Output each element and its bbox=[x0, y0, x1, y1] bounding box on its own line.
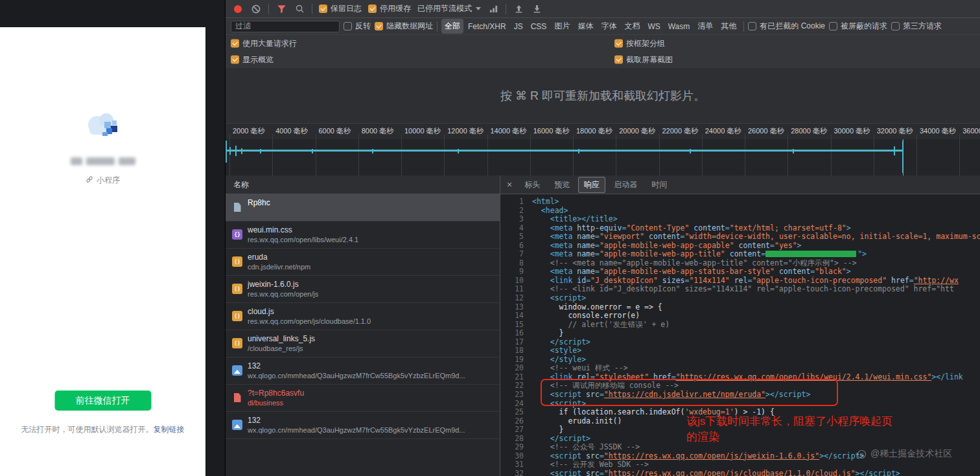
request-row[interactable]: ?t=Rp8hc6asvfudl/business bbox=[226, 385, 500, 412]
checkbox-checked[interactable] bbox=[319, 5, 327, 13]
invert-checkbox[interactable]: 反转 bbox=[344, 21, 371, 32]
request-row[interactable]: 132wx.qlogo.cn/mmhead/Q3auHgzwzM7frCw55B… bbox=[226, 412, 500, 439]
close-icon[interactable]: × bbox=[507, 179, 512, 190]
overview-grid-line bbox=[959, 139, 960, 176]
request-name: jweixin-1.6.0.js bbox=[248, 280, 299, 289]
show-overview-checkbox[interactable]: 显示概览 bbox=[231, 54, 274, 65]
grid-line bbox=[573, 134, 574, 139]
checkbox-checked[interactable] bbox=[614, 39, 623, 47]
preserve-log-checkbox[interactable]: 保留日志 bbox=[319, 3, 362, 14]
checkbox-checked[interactable] bbox=[375, 22, 383, 30]
filter-type-chip[interactable]: WS bbox=[644, 20, 663, 33]
hide-data-urls-checkbox[interactable]: 隐藏数据网址 bbox=[375, 21, 433, 32]
third-party-checkbox[interactable]: 第三方请求 bbox=[891, 21, 942, 32]
import-har-icon[interactable] bbox=[513, 3, 524, 15]
wechat-cloud-logo bbox=[83, 108, 123, 144]
filter-funnel-icon[interactable] bbox=[275, 3, 287, 15]
filter-type-chip[interactable]: 图片 bbox=[551, 19, 573, 34]
request-row[interactable]: ()jweixin-1.6.0.jsres.wx.qq.com/open/js bbox=[226, 276, 500, 303]
request-row[interactable]: ()universal_links_5.js/cloudbase_res/js bbox=[226, 330, 500, 357]
request-name: 132 bbox=[248, 416, 261, 425]
blocked-cookies-checkbox[interactable]: 有已拦截的 Cookie bbox=[748, 21, 825, 32]
checkbox-checked[interactable] bbox=[368, 5, 377, 13]
request-name: cloud.js bbox=[248, 307, 274, 316]
tab-响应[interactable]: 响应 bbox=[578, 177, 605, 193]
request-path: cdn.jsdelivr.net/npm bbox=[248, 263, 310, 271]
code-line: 19 </style> bbox=[500, 356, 980, 365]
filter-type-chip[interactable]: 清单 bbox=[694, 19, 716, 34]
overview-grid-line bbox=[444, 139, 445, 176]
overview-grid-line bbox=[487, 139, 488, 176]
checkbox-unchecked[interactable] bbox=[748, 22, 756, 30]
copy-link[interactable]: 复制链接 bbox=[154, 425, 185, 434]
overview-grid-line bbox=[916, 139, 917, 176]
request-row[interactable]: ()erudacdn.jsdelivr.net/npm bbox=[226, 249, 500, 276]
disable-cache-checkbox[interactable]: 停用缓存 bbox=[368, 3, 411, 14]
filter-input[interactable]: 过滤 bbox=[231, 21, 340, 32]
clear-button[interactable] bbox=[250, 3, 262, 15]
checkbox-checked[interactable] bbox=[231, 56, 239, 64]
code-line: 2 <head> bbox=[500, 207, 980, 216]
overview-tick bbox=[578, 149, 579, 153]
name-column-header[interactable]: 名称 bbox=[226, 176, 500, 194]
fallback-text: 无法打开时，可使用默认浏览器打开。复制链接 bbox=[0, 424, 205, 435]
filter-type-chip[interactable]: Fetch/XHR bbox=[465, 20, 509, 33]
filter-type-chip[interactable]: 其他 bbox=[718, 19, 740, 34]
record-button[interactable] bbox=[232, 3, 244, 15]
overview-grid-line bbox=[788, 139, 788, 176]
open-in-wechat-button[interactable]: 前往微信打开 bbox=[54, 391, 151, 411]
css-file-icon: {} bbox=[232, 229, 242, 240]
overview-tick bbox=[241, 148, 242, 154]
overview-event-line bbox=[903, 139, 904, 176]
grid-line bbox=[401, 134, 402, 139]
checkbox-unchecked[interactable] bbox=[891, 22, 900, 30]
network-toolbar: 保留日志 停用缓存 已停用节流模式 bbox=[226, 0, 980, 18]
checkbox-unchecked[interactable] bbox=[829, 22, 837, 30]
network-overview[interactable] bbox=[226, 139, 980, 176]
search-icon[interactable] bbox=[294, 3, 305, 15]
request-name: ?t=Rp8hc6asvfu bbox=[248, 389, 304, 398]
request-detail-pane: × 标头预览响应启动器时间 1<html>2 <head>3 <title></… bbox=[500, 176, 980, 476]
group-by-frame-checkbox[interactable]: 按框架分组 bbox=[614, 38, 665, 49]
filter-type-chip[interactable]: CSS bbox=[528, 20, 550, 33]
tab-启动器[interactable]: 启动器 bbox=[608, 177, 643, 193]
code-line: 21 <link rel="stylesheet" href="https://… bbox=[500, 373, 980, 382]
miniapp-launch-card: 小程序 前往微信打开 无法打开时，可使用默认浏览器打开。复制链接 bbox=[0, 27, 205, 476]
browser-page-background: 小程序 前往微信打开 无法打开时，可使用默认浏览器打开。复制链接 bbox=[0, 0, 225, 476]
overview-grid-line bbox=[874, 139, 874, 176]
request-name: Rp8hc bbox=[248, 198, 270, 207]
request-row[interactable]: Rp8hc bbox=[226, 194, 500, 221]
request-row[interactable]: 132wx.qlogo.cn/mmhead/Q3auHgzwzM7frCw55B… bbox=[226, 357, 500, 385]
filter-type-chip[interactable]: Wasm bbox=[665, 20, 694, 33]
filter-type-chip[interactable]: 字体 bbox=[598, 19, 620, 34]
request-path: res.wx.qq.com/open/js bbox=[248, 290, 318, 298]
filter-type-chip[interactable]: 全部 bbox=[441, 19, 463, 34]
request-row[interactable]: ()cloud.jsres.wx.qq.com/open/js/cloudbas… bbox=[226, 303, 500, 330]
request-row[interactable]: {}weui.min.cssres.wx.qq.com/open/libs/we… bbox=[226, 221, 500, 249]
code-line: 10 <link id="J_desktopIcon" sizes="114x1… bbox=[500, 277, 980, 286]
filter-type-chip[interactable]: JS bbox=[511, 20, 526, 33]
checkbox-checked[interactable] bbox=[614, 56, 623, 64]
overview-tick bbox=[793, 149, 794, 153]
tab-预览[interactable]: 预览 bbox=[548, 177, 576, 193]
export-har-icon[interactable] bbox=[531, 3, 542, 15]
tab-时间[interactable]: 时间 bbox=[646, 177, 673, 193]
redacted-green-block bbox=[765, 251, 856, 257]
blocked-requests-checkbox[interactable]: 被屏蔽的请求 bbox=[829, 21, 887, 32]
filter-type-chip[interactable]: 媒体 bbox=[574, 19, 596, 34]
checkbox-unchecked[interactable] bbox=[344, 22, 352, 30]
overview-tick bbox=[235, 146, 237, 156]
network-conditions-icon[interactable] bbox=[487, 3, 499, 15]
code-line: 22 <!-- 调试用的移动端 console --> bbox=[500, 381, 980, 391]
throttling-select[interactable]: 已停用节流模式 bbox=[417, 3, 481, 14]
filter-type-chip[interactable]: 文档 bbox=[621, 19, 643, 34]
grid-line bbox=[959, 134, 960, 139]
capture-screenshots-checkbox[interactable]: 截取屏幕截图 bbox=[614, 54, 673, 65]
document-icon bbox=[232, 202, 242, 212]
checkbox-checked[interactable] bbox=[231, 39, 239, 47]
request-list: 名称 Rp8hc{}weui.min.cssres.wx.qq.com/open… bbox=[226, 176, 500, 476]
grid-line bbox=[788, 134, 788, 139]
big-request-rows-checkbox[interactable]: 使用大量请求行 bbox=[231, 38, 297, 49]
tab-标头[interactable]: 标头 bbox=[519, 177, 546, 193]
code-line: 32 <script src="https://res.wx.qq.com/op… bbox=[500, 470, 980, 476]
